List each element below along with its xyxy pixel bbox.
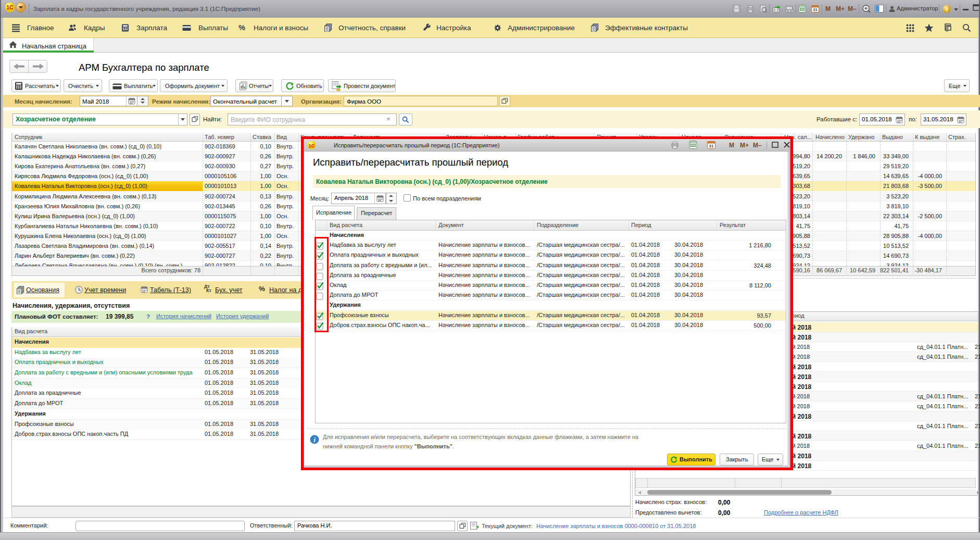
svg-text:i: i bbox=[313, 436, 316, 444]
svg-text:31: 31 bbox=[813, 7, 817, 12]
svg-text:1С: 1С bbox=[7, 5, 14, 10]
svg-text:31: 31 bbox=[709, 144, 714, 148]
svg-text:1С: 1С bbox=[309, 143, 315, 148]
